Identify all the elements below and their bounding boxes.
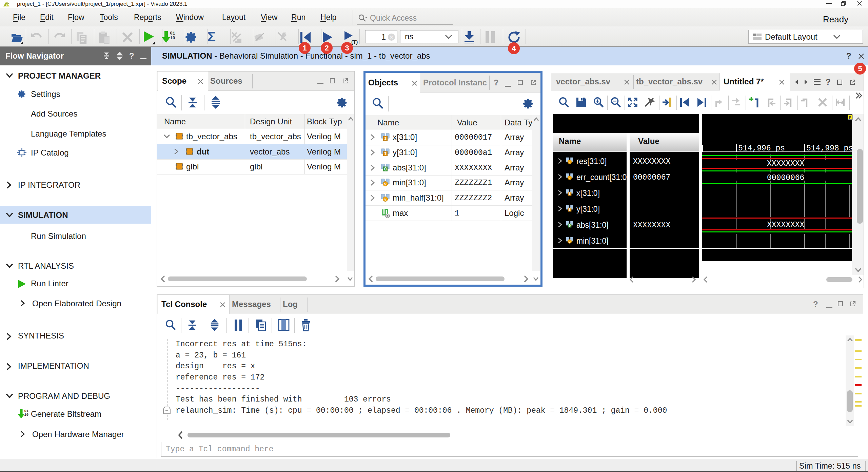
svg-text:O: O — [384, 167, 387, 172]
svg-text:I: I — [569, 208, 571, 212]
svg-text:10: 10 — [24, 413, 28, 417]
svg-text:I: I — [384, 152, 387, 157]
svg-text:v: v — [384, 182, 387, 186]
svg-text:v: v — [384, 198, 387, 202]
svg-text:v: v — [569, 161, 571, 164]
svg-text:(T): (T) — [351, 39, 358, 45]
svg-text:01: 01 — [24, 409, 28, 413]
svg-text:10: 10 — [170, 36, 175, 41]
svg-text:I: I — [569, 192, 571, 196]
svg-text:v: v — [569, 177, 571, 180]
svg-text:I: I — [384, 137, 387, 141]
svg-text:01: 01 — [170, 31, 175, 36]
svg-text:0: 0 — [569, 224, 571, 228]
svg-text:v: v — [569, 240, 571, 244]
